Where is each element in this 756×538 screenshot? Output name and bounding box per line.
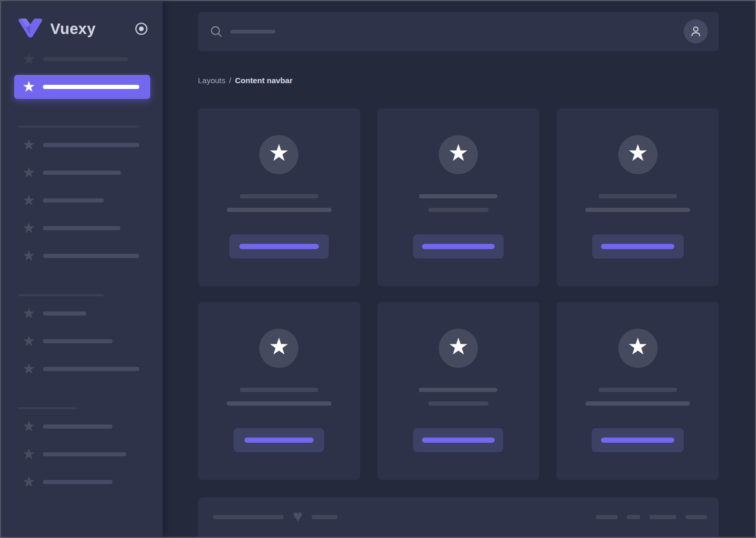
star-icon: ★ [22,221,36,235]
sidebar-item[interactable]: ★ [22,52,162,66]
sidebar-item-skeleton [43,339,113,343]
sidebar-item[interactable]: ★ [22,138,162,152]
sidebar-item-skeleton [43,311,86,316]
star-icon: ★ [22,166,36,180]
footer-text-skeleton [213,515,284,519]
card: ★ [557,302,719,480]
sidebar-item[interactable]: ★ [22,420,162,433]
footer-link-skeleton [649,515,676,519]
star-icon: ★ [22,307,36,320]
sidebar-item[interactable]: ★ [22,447,162,461]
card-title-skeleton [598,388,677,392]
search-icon [210,26,222,37]
sidebar-item[interactable]: ★ [22,334,162,348]
star-icon: ★ [22,194,36,207]
card-subtitle-skeleton [428,401,488,406]
search-navbar [198,12,719,51]
user-icon [689,25,703,38]
card-badge: ★ [618,329,658,368]
card-action-button[interactable] [229,234,329,259]
card-subtitle-skeleton [585,401,690,406]
sidebar: Vuexy ★ ★ ★ ★ ★ [1,1,163,537]
card-action-button[interactable] [234,428,324,452]
star-icon: ★ [22,334,36,348]
footer-links [596,515,707,519]
breadcrumb: Layouts/Content navbar [198,76,719,85]
search-placeholder-skeleton [230,30,275,33]
sidebar-item[interactable]: ★ [22,221,162,235]
star-icon: ★ [627,335,648,358]
section-divider-skeleton [18,126,140,128]
sidebar-header: Vuexy [1,1,162,39]
section-divider-skeleton [18,294,104,296]
star-icon: ★ [22,362,36,376]
sidebar-item[interactable]: ★ [22,362,162,376]
sidebar-item-skeleton [43,143,139,147]
breadcrumb-link[interactable]: Layouts [198,76,226,85]
brand-title: Vuexy [50,20,96,38]
star-icon: ★ [269,335,289,358]
card-subtitle-skeleton [428,208,488,212]
card: ★ [198,302,360,480]
card: ★ [377,108,540,286]
button-label-skeleton [601,244,674,249]
sidebar-item-skeleton [43,171,121,175]
main-content: Layouts/Content navbar ★ ★ ★ [163,1,755,537]
heart-icon: ♥ [293,508,303,524]
star-icon: ★ [22,138,36,152]
sidebar-item-active[interactable]: ★ [14,75,150,99]
star-icon: ★ [22,52,36,66]
breadcrumb-separator: / [229,76,231,85]
star-icon: ★ [22,80,36,94]
button-label-skeleton [601,438,674,443]
sidebar-item[interactable]: ★ [22,249,162,263]
card-title-skeleton [598,194,677,198]
sidebar-item-skeleton [43,254,139,258]
star-icon: ★ [22,447,36,461]
card-title-skeleton [419,194,497,198]
card-action-button[interactable] [413,428,503,452]
sidebar-item[interactable]: ★ [22,166,162,180]
sidebar-item-skeleton [43,424,113,429]
card-action-button[interactable] [592,234,684,259]
star-icon: ★ [627,141,648,164]
star-icon: ★ [448,335,469,358]
star-icon: ★ [22,420,36,433]
sidebar-item-skeleton [43,480,113,484]
sidebar-item[interactable]: ★ [22,194,162,207]
card-badge: ★ [259,135,298,174]
card-title-skeleton [240,388,318,392]
app-window: Vuexy ★ ★ ★ ★ ★ [0,0,756,538]
star-icon: ★ [448,141,469,164]
card-action-button[interactable] [413,234,504,259]
sidebar-item-skeleton [43,226,120,230]
card: ★ [557,108,719,286]
footer-link-skeleton [685,515,707,519]
star-icon: ★ [269,141,289,164]
sidebar-item[interactable]: ★ [22,307,162,320]
card-action-button[interactable] [592,428,684,452]
sidebar-item-skeleton [43,198,104,203]
footer-link-skeleton [627,515,640,519]
footer-link-skeleton [596,515,618,519]
button-label-skeleton [239,244,319,249]
sidebar-item[interactable]: ★ [22,475,162,489]
section-divider-skeleton [18,407,77,409]
footer-text-skeleton [312,515,338,519]
card: ★ [377,302,540,480]
sidebar-pin-toggle[interactable] [135,22,148,36]
vuexy-logo-icon [18,18,42,39]
card-title-skeleton [240,194,318,198]
sidebar-item-skeleton [43,367,139,371]
star-icon: ★ [22,475,36,489]
card: ★ [198,108,360,286]
page-footer: ♥ [198,497,719,537]
sidebar-item-skeleton [43,57,128,61]
user-avatar[interactable] [684,19,708,43]
radio-dot-icon [135,22,148,36]
search-input[interactable] [210,26,684,37]
sidebar-item-skeleton [43,452,126,456]
card-title-skeleton [419,388,497,392]
card-badge: ★ [259,329,298,368]
button-label-skeleton [422,244,495,249]
